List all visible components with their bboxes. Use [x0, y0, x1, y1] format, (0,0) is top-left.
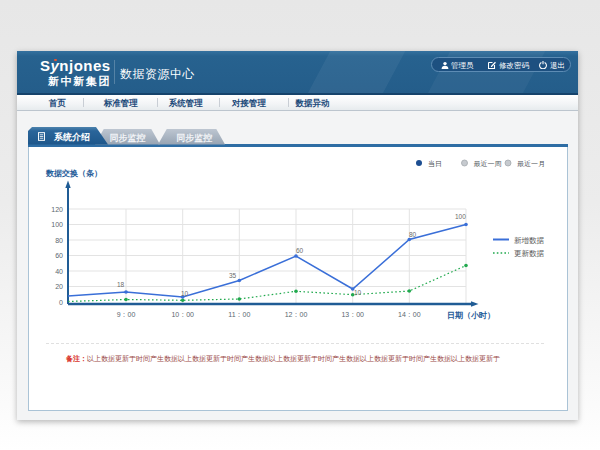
svg-text:80: 80 [55, 237, 63, 244]
svg-text:当日: 当日 [428, 160, 442, 168]
svg-text:35: 35 [229, 272, 237, 279]
svg-text:最近一月: 最近一月 [517, 160, 545, 168]
svg-text:11：00: 11：00 [228, 311, 250, 318]
svg-text:9：00: 9：00 [117, 311, 136, 318]
svg-text:10: 10 [181, 290, 189, 297]
svg-text:10：00: 10：00 [171, 311, 194, 318]
svg-text:最近一周: 最近一周 [474, 160, 502, 167]
svg-text:14：00: 14：00 [398, 311, 421, 318]
svg-text:20: 20 [55, 283, 63, 290]
svg-text:80: 80 [409, 231, 417, 238]
svg-text:10: 10 [354, 289, 362, 296]
svg-text:日期（小时）: 日期（小时） [447, 311, 495, 320]
svg-text:数据交换（条）: 数据交换（条） [45, 169, 102, 178]
svg-text:13：00: 13：00 [341, 311, 364, 318]
svg-text:更新数据: 更新数据 [514, 249, 545, 258]
svg-text:100: 100 [455, 213, 466, 220]
svg-text:12：00: 12：00 [285, 311, 308, 318]
svg-text:18: 18 [117, 281, 125, 288]
svg-text:新增数据: 新增数据 [514, 236, 545, 245]
svg-text:60: 60 [55, 252, 63, 259]
svg-text:100: 100 [51, 221, 63, 228]
svg-text:40: 40 [55, 268, 63, 275]
svg-text:0: 0 [59, 299, 63, 306]
svg-text:120: 120 [51, 206, 63, 213]
svg-text:60: 60 [296, 247, 304, 254]
